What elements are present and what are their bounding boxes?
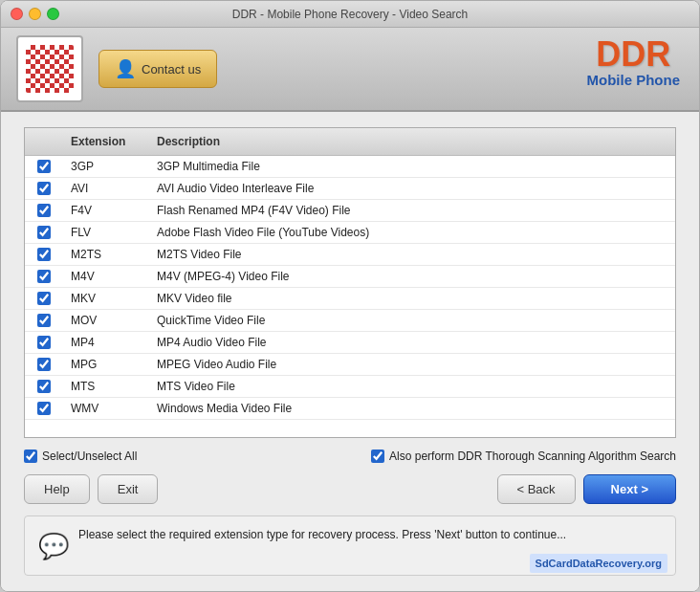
row-description: MKV Video file bbox=[149, 288, 675, 309]
table-row: MKVMKV Video file bbox=[25, 288, 675, 310]
row-extension: MPG bbox=[63, 354, 149, 375]
row-checkbox-cell bbox=[25, 266, 63, 287]
table-row: MTSMTS Video File bbox=[25, 376, 675, 398]
row-extension: M4V bbox=[63, 266, 149, 287]
title-bar: DDR - Mobile Phone Recovery - Video Sear… bbox=[1, 1, 699, 28]
row-description: M4V (MPEG-4) Video File bbox=[149, 266, 675, 287]
info-message: Please select the required extension typ… bbox=[78, 526, 662, 543]
select-all-checkbox[interactable] bbox=[24, 449, 37, 463]
main-window: DDR - Mobile Phone Recovery - Video Sear… bbox=[0, 0, 700, 592]
row-checkbox-cell bbox=[25, 288, 63, 309]
select-all-label[interactable]: Select/Unselect All bbox=[24, 449, 137, 463]
row-checkbox-cell bbox=[25, 200, 63, 221]
maximize-button[interactable] bbox=[47, 8, 59, 20]
contact-label: Contact us bbox=[142, 62, 201, 77]
info-icon: 💬 bbox=[38, 528, 69, 565]
table-header: Extension Description bbox=[25, 128, 675, 156]
row-checkbox-cell bbox=[25, 398, 63, 419]
row-checkbox-cell bbox=[25, 332, 63, 353]
row-checkbox-cell bbox=[25, 178, 63, 199]
thorough-scan-label[interactable]: Also perform DDR Thorough Scanning Algor… bbox=[371, 449, 676, 463]
thorough-scan-text: Also perform DDR Thorough Scanning Algor… bbox=[389, 449, 676, 463]
row-checkbox-mp4[interactable] bbox=[37, 336, 51, 349]
thorough-scan-checkbox[interactable] bbox=[371, 449, 384, 463]
info-bar: 💬 Please select the required extension t… bbox=[24, 515, 676, 576]
main-content: Extension Description 3GP3GP Multimedia … bbox=[1, 112, 699, 591]
row-description: MP4 Audio Video File bbox=[149, 332, 675, 353]
row-description: MPEG Video Audio File bbox=[149, 354, 675, 375]
row-checkbox-3gp[interactable] bbox=[37, 160, 51, 173]
table-row: FLVAdobe Flash Video File (YouTube Video… bbox=[25, 222, 675, 244]
row-checkbox-mts[interactable] bbox=[37, 380, 51, 393]
file-type-table: Extension Description 3GP3GP Multimedia … bbox=[24, 127, 676, 438]
col-description: Description bbox=[149, 132, 675, 151]
contact-button[interactable]: 👤 Contact us bbox=[98, 50, 217, 88]
brand-name: DDR bbox=[587, 37, 681, 72]
col-check bbox=[25, 132, 63, 151]
row-extension: MTS bbox=[63, 376, 149, 397]
row-extension: MP4 bbox=[63, 332, 149, 353]
table-row: M2TSM2TS Video File bbox=[25, 244, 675, 266]
window-title: DDR - Mobile Phone Recovery - Video Sear… bbox=[232, 8, 469, 21]
row-checkbox-f4v[interactable] bbox=[37, 204, 51, 217]
table-row: F4VFlash Renamed MP4 (F4V Video) File bbox=[25, 200, 675, 222]
next-button[interactable]: Next > bbox=[583, 474, 676, 504]
minimize-button[interactable] bbox=[29, 8, 41, 20]
contact-icon: 👤 bbox=[115, 58, 136, 79]
watermark: SdCardDataRecovery.org bbox=[530, 554, 667, 574]
row-checkbox-mpg[interactable] bbox=[37, 358, 51, 371]
row-description: Flash Renamed MP4 (F4V Video) File bbox=[149, 200, 675, 221]
back-button[interactable]: < Back bbox=[497, 474, 576, 504]
row-extension: MOV bbox=[63, 310, 149, 331]
row-description: Adobe Flash Video File (YouTube Videos) bbox=[149, 222, 675, 243]
table-row: MPGMPEG Video Audio File bbox=[25, 354, 675, 376]
button-row: Help Exit < Back Next > bbox=[24, 474, 676, 504]
table-row: 3GP3GP Multimedia File bbox=[25, 156, 675, 178]
row-checkbox-cell bbox=[25, 244, 63, 265]
row-extension: 3GP bbox=[63, 156, 149, 177]
table-row: AVIAVI Audio Video Interleave File bbox=[25, 178, 675, 200]
row-checkbox-cell bbox=[25, 354, 63, 375]
table-row: MOVQuickTime Video File bbox=[25, 310, 675, 332]
row-extension: AVI bbox=[63, 178, 149, 199]
row-checkbox-mkv[interactable] bbox=[37, 292, 51, 305]
window-controls bbox=[11, 8, 59, 20]
row-extension: FLV bbox=[63, 222, 149, 243]
row-checkbox-m4v[interactable] bbox=[37, 270, 51, 283]
row-checkbox-cell bbox=[25, 222, 63, 243]
table-body: 3GP3GP Multimedia FileAVIAVI Audio Video… bbox=[25, 156, 675, 420]
logo-icon bbox=[26, 45, 74, 93]
row-description: QuickTime Video File bbox=[149, 310, 675, 331]
row-description: 3GP Multimedia File bbox=[149, 156, 675, 177]
row-checkbox-wmv[interactable] bbox=[37, 402, 51, 415]
row-extension: MKV bbox=[63, 288, 149, 309]
close-button[interactable] bbox=[11, 8, 23, 20]
brand: DDR Mobile Phone bbox=[587, 37, 681, 88]
bottom-controls: Select/Unselect All Also perform DDR Tho… bbox=[24, 449, 676, 463]
row-extension: M2TS bbox=[63, 244, 149, 265]
logo-box bbox=[16, 35, 83, 102]
row-checkbox-mov[interactable] bbox=[37, 314, 51, 327]
row-description: AVI Audio Video Interleave File bbox=[149, 178, 675, 199]
row-checkbox-cell bbox=[25, 156, 63, 177]
header: 👤 Contact us DDR Mobile Phone bbox=[1, 28, 699, 112]
row-checkbox-flv[interactable] bbox=[37, 226, 51, 239]
row-description: M2TS Video File bbox=[149, 244, 675, 265]
brand-sub: Mobile Phone bbox=[587, 72, 681, 88]
row-description: MTS Video File bbox=[149, 376, 675, 397]
row-extension: WMV bbox=[63, 398, 149, 419]
exit-button[interactable]: Exit bbox=[98, 474, 159, 504]
row-extension: F4V bbox=[63, 200, 149, 221]
help-button[interactable]: Help bbox=[24, 474, 90, 504]
row-checkbox-cell bbox=[25, 376, 63, 397]
select-all-text: Select/Unselect All bbox=[42, 449, 137, 463]
table-row: WMVWindows Media Video File bbox=[25, 398, 675, 420]
row-checkbox-m2ts[interactable] bbox=[37, 248, 51, 261]
row-description: Windows Media Video File bbox=[149, 398, 675, 419]
row-checkbox-avi[interactable] bbox=[37, 182, 51, 195]
table-row: M4VM4V (MPEG-4) Video File bbox=[25, 266, 675, 288]
table-row: MP4MP4 Audio Video File bbox=[25, 332, 675, 354]
row-checkbox-cell bbox=[25, 310, 63, 331]
col-extension: Extension bbox=[63, 132, 149, 151]
